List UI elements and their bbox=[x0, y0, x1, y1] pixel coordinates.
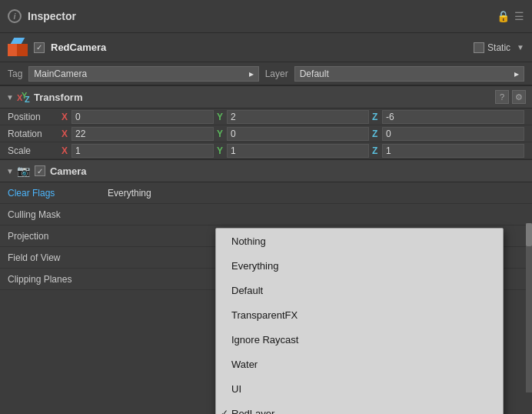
scale-z-letter: Z bbox=[372, 145, 380, 156]
position-xyz: X Y Z bbox=[62, 110, 524, 124]
clear-flags-label: Clear Flags bbox=[8, 188, 108, 199]
transform-fold-arrow[interactable]: ▼ bbox=[6, 93, 14, 102]
position-x-letter: X bbox=[62, 112, 69, 122]
scrollbar-thumb[interactable] bbox=[526, 223, 532, 246]
dropdown-item-ignore-raycast[interactable]: Ignore Raycast bbox=[216, 327, 503, 352]
scale-x-item: X bbox=[62, 144, 214, 158]
rotation-z-item: Z bbox=[372, 127, 524, 141]
help-icon[interactable]: ? bbox=[495, 90, 509, 104]
transform-title: Transform bbox=[34, 92, 495, 103]
camera-active-checkbox[interactable]: ✓ bbox=[35, 165, 45, 176]
dropdown-item-label: UI bbox=[231, 383, 241, 395]
camera-fold-arrow[interactable]: ▼ bbox=[6, 167, 14, 175]
tag-arrow: ▸ bbox=[249, 68, 254, 79]
scale-x-letter: X bbox=[62, 145, 69, 156]
clear-flags-row: Clear Flags Everything bbox=[0, 182, 532, 204]
dropdown-item-ui[interactable]: UI bbox=[216, 376, 503, 401]
scale-xyz: X Y Z bbox=[62, 144, 524, 158]
dropdown-item-label: Everything bbox=[231, 260, 278, 272]
rotation-y-input[interactable] bbox=[227, 127, 369, 141]
projection-label: Projection bbox=[8, 231, 108, 242]
rotation-x-letter: X bbox=[62, 129, 69, 139]
gear-icon[interactable]: ⚙ bbox=[512, 90, 526, 104]
info-icon: i bbox=[8, 9, 22, 23]
object-name: RedCamera bbox=[51, 42, 474, 53]
scale-y-letter: Y bbox=[217, 145, 224, 156]
dropdown-item-redlayer[interactable]: ✓RedLayer bbox=[216, 401, 503, 414]
transform-header: ▼ X Y Z Transform ? ⚙ bbox=[0, 85, 532, 109]
scale-z-item: Z bbox=[372, 144, 524, 158]
tag-label: Tag bbox=[8, 68, 22, 79]
checkmark-icon: ✓ bbox=[221, 408, 228, 414]
title-bar: i Inspector 🔒 ☰ bbox=[0, 0, 532, 33]
position-z-input[interactable] bbox=[382, 110, 524, 124]
object-header: ✓ RedCamera Static ▼ bbox=[0, 33, 532, 62]
dropdown-item-nothing[interactable]: Nothing bbox=[216, 229, 503, 253]
scale-row: Scale X Y Z bbox=[0, 142, 532, 159]
camera-header: ▼ 📷 ✓ Camera bbox=[0, 159, 532, 182]
static-checkbox[interactable]: Static ▼ bbox=[474, 42, 524, 53]
rotation-label: Rotation bbox=[8, 129, 62, 139]
menu-icon[interactable]: ☰ bbox=[514, 10, 524, 22]
scale-label: Scale bbox=[8, 145, 62, 156]
dropdown-item-everything[interactable]: Everything bbox=[216, 253, 503, 278]
rotation-x-input[interactable] bbox=[71, 127, 214, 141]
static-dropdown-arrow[interactable]: ▼ bbox=[517, 43, 524, 52]
rotation-xyz: X Y Z bbox=[62, 127, 524, 141]
layer-label: Layer bbox=[265, 68, 288, 79]
dropdown-item-transparentfx[interactable]: TransparentFX bbox=[216, 302, 503, 327]
dropdown-item-label: RedLayer bbox=[231, 408, 274, 415]
layer-arrow: ▸ bbox=[514, 68, 519, 79]
camera-title: Camera bbox=[50, 165, 526, 177]
position-label: Position bbox=[8, 112, 62, 122]
static-label: Static bbox=[487, 42, 510, 53]
rotation-y-item: Y bbox=[217, 127, 369, 141]
rotation-y-letter: Y bbox=[217, 129, 224, 139]
tag-value: MainCamera bbox=[34, 68, 87, 79]
dropdown-item-label: Nothing bbox=[231, 235, 266, 247]
dropdown-item-label: Water bbox=[231, 359, 258, 370]
object-icon bbox=[8, 38, 28, 58]
lock-icon[interactable]: 🔒 bbox=[497, 10, 510, 22]
layer-dropdown[interactable]: Default ▸ bbox=[294, 66, 524, 82]
layer-value: Default bbox=[300, 68, 329, 79]
dropdown-item-label: Ignore Raycast bbox=[231, 334, 298, 346]
tag-dropdown[interactable]: MainCamera ▸ bbox=[28, 66, 258, 82]
culling-mask-label: Culling Mask bbox=[8, 209, 108, 220]
clipping-label: Clipping Planes bbox=[8, 274, 108, 285]
dropdown-item-label: Default bbox=[231, 285, 263, 296]
static-box[interactable] bbox=[474, 42, 484, 53]
position-y-letter: Y bbox=[217, 112, 224, 122]
dropdown-item-default[interactable]: Default bbox=[216, 278, 503, 302]
culling-mask-row: Culling Mask bbox=[0, 204, 532, 225]
position-x-item: X bbox=[62, 110, 214, 124]
position-z-item: Z bbox=[372, 110, 524, 124]
transform-icon: X Y Z bbox=[17, 91, 29, 103]
rotation-z-letter: Z bbox=[372, 129, 380, 139]
rotation-row: Rotation X Y Z bbox=[0, 125, 532, 142]
scale-y-input[interactable] bbox=[227, 144, 369, 158]
culling-mask-dropdown[interactable]: NothingEverythingDefaultTransparentFXIgn… bbox=[215, 228, 504, 414]
rotation-z-input[interactable] bbox=[382, 127, 524, 141]
object-active-checkbox[interactable]: ✓ bbox=[34, 42, 45, 53]
scale-x-input[interactable] bbox=[71, 144, 214, 158]
rotation-x-item: X bbox=[62, 127, 214, 141]
scale-y-item: Y bbox=[217, 144, 369, 158]
fov-label: Field of View bbox=[8, 252, 108, 263]
position-x-input[interactable] bbox=[71, 110, 214, 124]
transform-panel: ▼ X Y Z Transform ? ⚙ Position X Y Z bbox=[0, 85, 532, 159]
camera-icon: 📷 bbox=[17, 165, 30, 177]
inspector-title: Inspector bbox=[28, 10, 497, 22]
tag-layer-row: Tag MainCamera ▸ Layer Default ▸ bbox=[0, 62, 532, 85]
dropdown-item-water[interactable]: Water bbox=[216, 352, 503, 376]
position-z-letter: Z bbox=[372, 112, 380, 122]
position-y-input[interactable] bbox=[227, 110, 369, 124]
position-y-item: Y bbox=[217, 110, 369, 124]
scale-z-input[interactable] bbox=[382, 144, 524, 158]
scrollbar-track[interactable] bbox=[526, 223, 532, 392]
position-row: Position X Y Z bbox=[0, 109, 532, 125]
clear-flags-value: Everything bbox=[108, 188, 524, 199]
dropdown-item-label: TransparentFX bbox=[231, 309, 298, 321]
